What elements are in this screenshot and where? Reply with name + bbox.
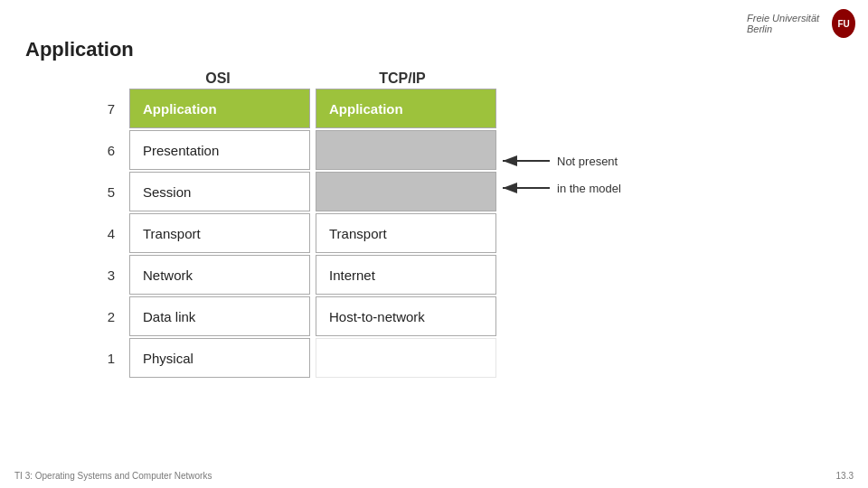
osi-cell-session: Session: [129, 172, 310, 211]
osi-cell-network: Network: [129, 255, 310, 295]
tcpip-cell-presentation-gray: [316, 130, 496, 170]
university-name: Freie Universität Berlin: [747, 13, 828, 34]
footer-right: 13.3: [836, 471, 854, 481]
osi-cell-physical: Physical: [129, 338, 310, 378]
osi-cell-application: Application: [129, 89, 310, 128]
row-number-1: 1: [95, 338, 127, 378]
row-number-4: 4: [95, 213, 127, 253]
not-present-line1: Not present: [557, 155, 618, 168]
footer-left: TI 3: Operating Systems and Computer Net…: [14, 471, 212, 481]
tcpip-cell-transport: Transport: [316, 213, 496, 253]
row-number-3: 3: [95, 255, 127, 295]
row-number-2: 2: [95, 296, 127, 336]
tcpip-cell-empty: [316, 338, 496, 378]
table-row: 1 Physical: [95, 338, 619, 378]
row-number-6: 6: [95, 130, 127, 170]
table-row: 7 Application Application: [95, 89, 619, 128]
row-number-5: 5: [95, 172, 127, 211]
osi-column-header: OSI: [127, 70, 308, 87]
not-present-arrow: Not present in the model: [495, 134, 694, 224]
table-row: 2 Data link Host-to-network: [95, 296, 619, 336]
table-area: OSI TCP/IP 7 Application Application 6 P…: [95, 70, 619, 378]
tcpip-cell-session-gray: [316, 172, 496, 211]
tcpip-cell-internet: Internet: [316, 255, 496, 295]
osi-cell-transport: Transport: [129, 213, 310, 253]
page-title: Application: [25, 38, 134, 61]
tcpip-cell-application: Application: [316, 89, 496, 128]
university-logo: FU: [832, 9, 855, 38]
not-present-line2: in the model: [557, 182, 621, 195]
table-row: 3 Network Internet: [95, 255, 619, 295]
osi-cell-presentation: Presentation: [129, 130, 310, 170]
tcpip-cell-host-to-network: Host-to-network: [316, 296, 496, 336]
row-number-7: 7: [95, 89, 127, 128]
logo-area: Freie Universität Berlin FU: [747, 7, 855, 40]
table-body: 7 Application Application 6 Presentation…: [95, 89, 619, 378]
tcpip-column-header: TCP/IP: [312, 70, 493, 87]
osi-cell-datalink: Data link: [129, 296, 310, 336]
column-headers: OSI TCP/IP: [127, 70, 619, 87]
